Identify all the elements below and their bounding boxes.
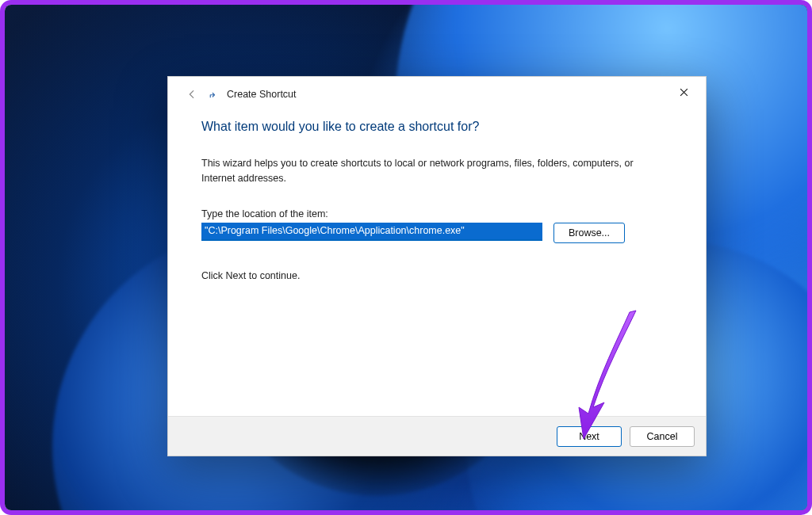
create-shortcut-dialog: Create Shortcut What item would you like… [167,76,707,456]
location-label: Type the location of the item: [201,208,672,219]
back-arrow-icon[interactable] [182,85,201,104]
annotated-screenshot-frame: Create Shortcut What item would you like… [0,0,812,515]
dialog-titlebar: Create Shortcut [168,77,706,112]
close-icon [680,88,688,97]
location-input[interactable] [201,223,542,241]
shortcut-wizard-icon [208,89,219,100]
dialog-content: What item would you like to create a sho… [168,112,706,416]
dialog-footer: Next Cancel [168,416,706,456]
continue-hint: Click Next to continue. [201,270,672,281]
next-button[interactable]: Next [557,426,622,447]
close-button[interactable] [666,80,701,104]
cancel-button[interactable]: Cancel [630,426,695,447]
wizard-description: This wizard helps you to create shortcut… [201,156,645,186]
wizard-heading: What item would you like to create a sho… [201,120,672,134]
location-row: Browse... [201,223,672,243]
browse-button[interactable]: Browse... [553,223,625,243]
dialog-title: Create Shortcut [227,89,297,100]
